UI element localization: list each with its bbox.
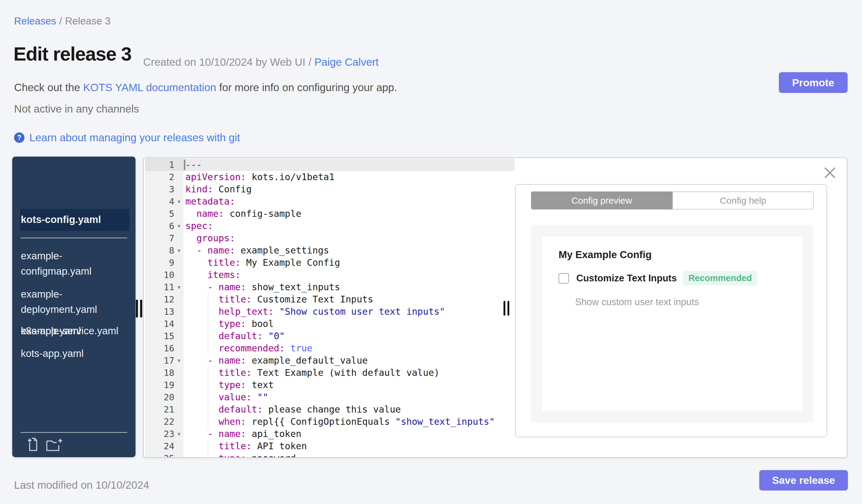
code-line[interactable]: recommended: true: [184, 342, 514, 355]
gutter-line[interactable]: 25: [145, 452, 184, 458]
code-line[interactable]: - name: example_settings: [184, 244, 514, 256]
add-folder-icon[interactable]: [44, 437, 63, 452]
gutter-line[interactable]: 1: [145, 159, 184, 171]
gutter-line[interactable]: 13: [145, 306, 184, 318]
code-line[interactable]: type: text: [184, 379, 514, 391]
fold-arrow-icon[interactable]: ▾: [174, 196, 184, 208]
editor-row[interactable]: 21 default: please change this value: [145, 403, 514, 416]
tab-config-preview[interactable]: Config preview: [531, 191, 672, 210]
add-file-icon[interactable]: [27, 437, 39, 452]
gutter-line[interactable]: 23▾: [145, 428, 184, 440]
gutter-line[interactable]: 14: [145, 318, 184, 330]
fold-arrow-icon[interactable]: ▾: [174, 355, 184, 367]
code-line[interactable]: type: bool: [184, 318, 514, 330]
code-line[interactable]: kind: Config: [184, 183, 514, 196]
code-line[interactable]: ---: [184, 159, 514, 171]
gutter-line[interactable]: 20: [145, 391, 184, 403]
editor-row[interactable]: 16 recommended: true: [145, 342, 514, 355]
sidebar-item-example-configmap[interactable]: example-configmap.yaml: [21, 248, 125, 279]
gutter-line[interactable]: 11▾: [145, 281, 184, 293]
gutter-line[interactable]: 2: [145, 171, 184, 183]
code-line[interactable]: help_text: "Show custom user text inputs…: [184, 306, 514, 318]
code-line[interactable]: items:: [184, 269, 514, 281]
breadcrumb-releases-link[interactable]: Releases: [14, 15, 56, 27]
code-line[interactable]: title: Text Example (with default value): [184, 367, 514, 379]
editor-row[interactable]: 20 value: "": [145, 391, 514, 403]
editor-row[interactable]: 9 title: My Example Config: [145, 256, 514, 269]
editor-row[interactable]: 23▾ - name: api_token: [145, 428, 514, 440]
editor-row[interactable]: 4▾metadata:: [145, 196, 514, 208]
tab-config-help[interactable]: Config help: [672, 191, 814, 210]
code-line[interactable]: value: "": [184, 391, 514, 403]
gutter-line[interactable]: 4▾: [145, 196, 184, 208]
sidebar-resize-handle[interactable]: [136, 300, 142, 317]
editor-row[interactable]: 13 help_text: "Show custom user text inp…: [145, 306, 514, 318]
editor-row[interactable]: 17▾ - name: example_default_value: [145, 355, 514, 367]
code-line[interactable]: title: Customize Text Inputs: [184, 293, 514, 306]
code-line[interactable]: groups:: [184, 232, 514, 244]
editor-row[interactable]: 3kind: Config: [145, 183, 514, 196]
code-line[interactable]: - name: api_token: [184, 428, 514, 440]
editor-row[interactable]: 24 title: API token: [145, 440, 514, 452]
editor-rows[interactable]: 1---2apiVersion: kots.io/v1beta13kind: C…: [145, 159, 514, 458]
fold-arrow-icon[interactable]: ▾: [174, 220, 184, 232]
editor-row[interactable]: 8▾ - name: example_settings: [145, 244, 514, 256]
editor-row[interactable]: 14 type: bool: [145, 318, 514, 330]
fold-arrow-icon[interactable]: ▾: [174, 428, 184, 440]
gutter-line[interactable]: 9: [145, 256, 184, 269]
editor-row[interactable]: 19 type: text: [145, 379, 514, 391]
code-line[interactable]: default: "0": [184, 330, 514, 342]
editor-row[interactable]: 18 title: Text Example (with default val…: [145, 367, 514, 379]
editor-row[interactable]: 25 type: password: [145, 452, 514, 458]
editor-row[interactable]: 12 title: Customize Text Inputs: [145, 293, 514, 306]
editor-row[interactable]: 5 name: config-sample: [145, 208, 514, 220]
sidebar-item-kots-app[interactable]: kots-app.yaml: [21, 347, 125, 360]
close-icon[interactable]: [824, 167, 836, 179]
code-line[interactable]: - name: show_text_inputs: [184, 281, 514, 293]
save-release-button[interactable]: Save release: [759, 470, 848, 491]
customize-text-inputs-checkbox[interactable]: [559, 273, 569, 283]
code-line[interactable]: spec:: [184, 220, 514, 232]
gutter-line[interactable]: 22: [145, 416, 184, 428]
editor-row[interactable]: 1---: [145, 159, 514, 171]
kots-yaml-doc-link[interactable]: KOTS YAML documentation: [83, 81, 216, 93]
editor-row[interactable]: 15 default: "0": [145, 330, 514, 342]
fold-arrow-icon[interactable]: ▾: [174, 281, 184, 293]
code-line[interactable]: default: please change this value: [184, 403, 514, 416]
editor-row[interactable]: 22 when: repl{{ ConfigOptionEquals "show…: [145, 416, 514, 428]
code-line[interactable]: apiVersion: kots.io/v1beta1: [184, 171, 514, 183]
code-line[interactable]: metadata:: [184, 196, 514, 208]
code-line[interactable]: when: repl{{ ConfigOptionEquals "show_te…: [184, 416, 514, 428]
editor-row[interactable]: 2apiVersion: kots.io/v1beta1: [145, 171, 514, 183]
gutter-line[interactable]: 8▾: [145, 244, 184, 256]
editor-row[interactable]: 7 groups:: [145, 232, 514, 244]
editor-row[interactable]: 11▾ - name: show_text_inputs: [145, 281, 514, 293]
code-line[interactable]: - name: example_default_value: [184, 355, 514, 367]
promote-button[interactable]: Promote: [779, 72, 848, 93]
git-help-link[interactable]: Learn about managing your releases with …: [29, 132, 240, 144]
gutter-line[interactable]: 24: [145, 440, 184, 452]
author-link[interactable]: Paige Calvert: [314, 56, 379, 68]
code-line[interactable]: type: password: [184, 452, 514, 458]
sidebar-item-example-deployment[interactable]: example-deployment.yaml: [21, 287, 125, 317]
sidebar-item-kots-config[interactable]: kots-config.yaml: [21, 213, 125, 226]
gutter-line[interactable]: 3: [145, 183, 184, 196]
code-line[interactable]: title: API token: [184, 440, 514, 452]
gutter-line[interactable]: 6▾: [145, 220, 184, 232]
code-line[interactable]: name: config-sample: [184, 208, 514, 220]
gutter-line[interactable]: 7: [145, 232, 184, 244]
gutter-line[interactable]: 5: [145, 208, 184, 220]
editor-row[interactable]: 6▾spec:: [145, 220, 514, 232]
gutter-line[interactable]: 19: [145, 379, 184, 391]
gutter-line[interactable]: 17▾: [145, 355, 184, 367]
fold-arrow-icon[interactable]: ▾: [174, 244, 184, 256]
code-line[interactable]: title: My Example Config: [184, 256, 514, 269]
editor-row[interactable]: 10 items:: [145, 269, 514, 281]
gutter-line[interactable]: 15: [145, 330, 184, 342]
gutter-line[interactable]: 16: [145, 342, 184, 355]
gutter-line[interactable]: 18: [145, 367, 184, 379]
editor-resize-handle[interactable]: [504, 301, 509, 316]
sidebar-item-example-service[interactable]: example-service.yaml: [21, 325, 125, 337]
gutter-line[interactable]: 12: [145, 293, 184, 306]
gutter-line[interactable]: 21: [145, 403, 184, 416]
